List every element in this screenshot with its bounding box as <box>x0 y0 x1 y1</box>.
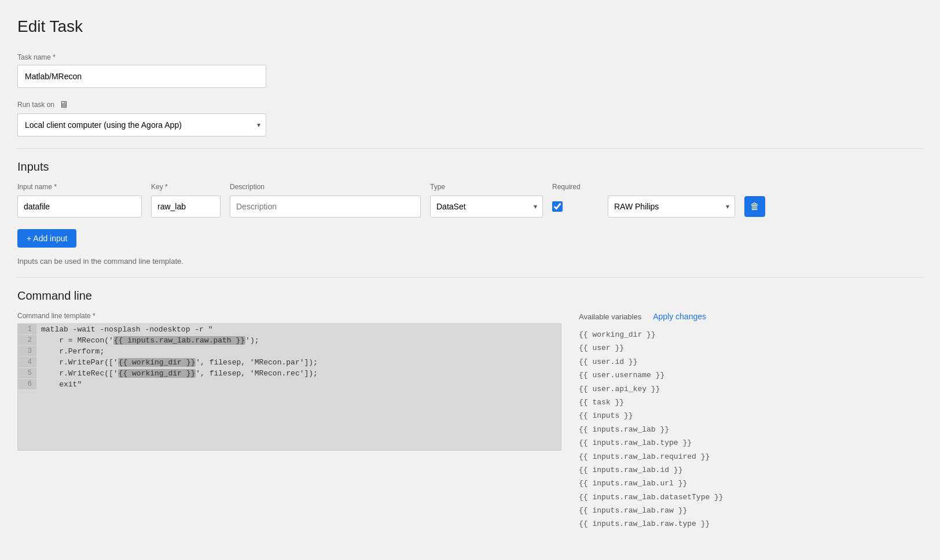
value-select[interactable]: RAW Philips RAW Siemens DICOM NIfTI <box>608 196 735 218</box>
required-checkbox[interactable] <box>552 201 563 212</box>
code-line-4: 4 r.WritePar(['{{ working_dir }}', files… <box>18 357 561 368</box>
line-num-2: 2 <box>18 335 36 345</box>
required-cell <box>552 201 598 212</box>
variables-header: Available variables Apply changes <box>579 312 810 321</box>
line-content-3: r.Perform; <box>36 346 561 357</box>
var-inputs-raw-lab-id: {{ inputs.raw_lab.id }} <box>579 463 810 477</box>
divider-1 <box>17 148 923 149</box>
var-task: {{ task }} <box>579 396 810 409</box>
var-inputs-raw-lab-raw: {{ inputs.raw_lab.raw }} <box>579 504 810 517</box>
line-content-1: matlab -wait -nosplash -nodesktop -r " <box>36 324 561 335</box>
var-working-dir: {{ working_dir }} <box>579 328 810 341</box>
code-line-1: 1 matlab -wait -nosplash -nodesktop -r " <box>18 324 561 335</box>
var-user-id: {{ user.id }} <box>579 355 810 369</box>
inputs-section-title: Inputs <box>17 160 923 174</box>
code-line-6: 6 exit" <box>18 379 561 390</box>
var-inputs-raw-lab-type: {{ inputs.raw_lab.type }} <box>579 436 810 450</box>
run-task-on-label-wrapper: Run task on 🖥 <box>17 100 923 110</box>
line-content-6: exit" <box>36 379 561 390</box>
task-name-label: Task name * <box>17 53 923 61</box>
command-line-body: Command line template * 1 matlab -wait -… <box>17 312 923 531</box>
type-select-wrapper: DataSet File String Integer ▾ <box>430 196 543 218</box>
trash-icon: 🗑 <box>750 201 759 212</box>
description-field[interactable] <box>230 196 421 218</box>
code-editor[interactable]: 1 matlab -wait -nosplash -nodesktop -r "… <box>17 323 561 451</box>
run-task-on-select[interactable]: Local client computer (using the Agora A… <box>17 113 266 137</box>
col-label-required: Required <box>552 183 598 191</box>
inputs-header-row: Input name * Key * Description Type Requ… <box>17 183 923 191</box>
code-line-3: 3 r.Perform; <box>18 346 561 357</box>
var-inputs-raw-lab-datasettype: {{ inputs.raw_lab.datasetType }} <box>579 491 810 504</box>
delete-input-button[interactable]: 🗑 <box>744 196 765 217</box>
line-num-4: 4 <box>18 357 36 367</box>
col-label-input-name: Input name * <box>17 183 142 191</box>
var-inputs-raw-lab: {{ inputs.raw_lab }} <box>579 423 810 436</box>
key-field[interactable] <box>151 196 221 218</box>
line-num-3: 3 <box>18 346 36 356</box>
line-num-6: 6 <box>18 379 36 389</box>
page-container: Edit Task Task name * Run task on 🖥 Loca… <box>0 0 940 560</box>
col-label-description: Description <box>230 183 421 191</box>
code-line-5: 5 r.WriteRec(['{{ working_dir }}', files… <box>18 368 561 379</box>
input-name-field[interactable] <box>17 196 142 218</box>
var-user: {{ user }} <box>579 341 810 355</box>
command-line-section: Command line Command line template * 1 m… <box>17 289 923 531</box>
var-user-api-key: {{ user.api_key }} <box>579 382 810 396</box>
variables-list: {{ working_dir }} {{ user }} {{ user.id … <box>579 328 810 531</box>
task-name-group: Task name * <box>17 53 923 88</box>
var-user-username: {{ user.username }} <box>579 369 810 382</box>
command-line-editor-wrapper: Command line template * 1 matlab -wait -… <box>17 312 561 531</box>
input-row-0: DataSet File String Integer ▾ RAW Philip… <box>17 196 923 218</box>
line-content-4: r.WritePar(['{{ working_dir }}', filesep… <box>36 357 561 368</box>
variables-title: Available variables <box>579 312 641 321</box>
task-name-input[interactable] <box>17 65 266 88</box>
var-inputs-raw-lab-raw-type: {{ inputs.raw_lab.raw.type }} <box>579 517 810 530</box>
variables-panel: Available variables Apply changes {{ wor… <box>579 312 810 531</box>
value-select-wrapper: RAW Philips RAW Siemens DICOM NIfTI ▾ <box>608 196 735 218</box>
line-num-5: 5 <box>18 368 36 378</box>
add-input-label: + Add input <box>27 234 67 243</box>
var-inputs-raw-lab-url: {{ inputs.raw_lab.url }} <box>579 477 810 490</box>
var-inputs: {{ inputs }} <box>579 409 810 422</box>
line-content-5: r.WriteRec(['{{ working_dir }}', filesep… <box>36 368 561 379</box>
line-content-2: r = MRecon('{{ inputs.raw_lab.raw.path }… <box>36 335 561 346</box>
line-num-1: 1 <box>18 324 36 334</box>
col-label-key: Key * <box>151 183 221 191</box>
command-line-title: Command line <box>17 289 923 303</box>
apply-changes-button[interactable]: Apply changes <box>653 312 706 321</box>
var-inputs-raw-lab-required: {{ inputs.raw_lab.required }} <box>579 450 810 463</box>
inputs-section: Inputs Input name * Key * Description Ty… <box>17 160 923 266</box>
run-task-on-label: Run task on <box>17 101 54 109</box>
template-label: Command line template * <box>17 312 561 320</box>
run-task-on-group: Run task on 🖥 Local client computer (usi… <box>17 100 923 137</box>
col-label-type: Type <box>430 183 543 191</box>
code-line-2: 2 r = MRecon('{{ inputs.raw_lab.raw.path… <box>18 335 561 346</box>
page-title: Edit Task <box>17 17 923 36</box>
add-input-button[interactable]: + Add input <box>17 229 76 248</box>
run-task-on-select-wrapper: Local client computer (using the Agora A… <box>17 113 266 137</box>
inputs-hint: Inputs can be used in the command line t… <box>17 257 923 266</box>
monitor-icon: 🖥 <box>59 100 68 110</box>
divider-2 <box>17 277 923 278</box>
type-select[interactable]: DataSet File String Integer <box>430 196 543 218</box>
